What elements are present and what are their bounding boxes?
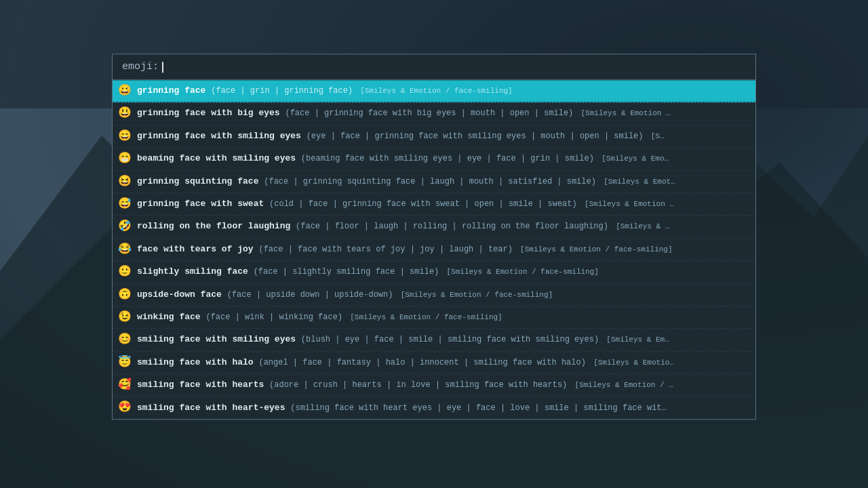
item-meta: (face | slightly smiling face | smile) [254,267,444,277]
item-name: smiling face with heart-eyes [137,403,290,413]
item-meta: (face | wink | winking face) [205,312,347,322]
cursor [162,62,163,73]
item-category: [Smileys & Emotion / face-smiling] [360,87,512,95]
item-content: grinning squinting face (face | grinning… [137,176,750,188]
item-name: grinning squinting face [137,176,264,186]
item-category: [Smileys & Emotion / … [575,381,673,389]
item-category: [Smileys & Emotion / face-smiling] [401,291,553,299]
item-category: [Smileys & Emotio… [593,359,674,367]
item-content: beaming face with smiling eyes (beaming … [137,153,750,165]
emoji-list-item[interactable]: 😁beaming face with smiling eyes (beaming… [113,148,755,170]
item-meta: (eye | face | grinning face with smiling… [307,131,648,141]
emoji-list-item[interactable]: 😅grinning face with sweat (cold | face |… [113,193,755,216]
emoji-list-item[interactable]: 😊smiling face with smiling eyes (blush |… [113,329,755,352]
item-category: [Smileys & Emotion / face-smiling] [350,313,502,321]
item-content: smiling face with heart-eyes (smiling fa… [137,402,750,414]
item-content: grinning face with big eyes (face | grin… [137,108,750,120]
item-category: [Smileys & Em… [606,336,669,344]
item-name: smiling face with hearts [137,380,269,390]
emoji-picker-container: emoji: 😀grinning face (face | grin | gri… [112,54,756,420]
item-meta: (beaming face with smiling eyes | eye | … [301,155,599,164]
emoji-dropdown: 😀grinning face (face | grin | grinning f… [112,80,756,420]
emoji-icon: 😂 [118,242,132,257]
emoji-icon: 😄 [118,129,132,144]
item-meta: (face | grinning face with big eyes | mo… [285,109,578,119]
item-category: [Smileys & Emotion … [585,200,674,208]
item-content: grinning face with smiling eyes (eye | f… [137,130,750,142]
item-content: smiling face with hearts (adore | crush … [137,379,750,391]
item-name: grinning face with big eyes [137,108,285,119]
emoji-list-item[interactable]: 😇smiling face with halo (angel | face | … [113,352,755,374]
emoji-list-item[interactable]: 😃grinning face with big eyes (face | gri… [113,103,755,125]
item-meta: (blush | eye | face | smile | smiling fa… [301,336,604,345]
item-category: [Smileys & … [616,223,669,231]
item-category: [Smileys & Emotion / face-smiling] [447,268,599,276]
item-name: smiling face with halo [137,357,258,367]
emoji-icon: 😁 [118,151,132,166]
emoji-icon: 😇 [118,355,132,370]
emoji-icon: 😀 [118,83,132,98]
item-category: [S… [651,132,665,140]
item-content: slightly smiling face (face | slightly s… [137,266,750,278]
item-content: smiling face with halo (angel | face | f… [137,357,750,369]
emoji-list-item[interactable]: 🙂slightly smiling face (face | slightly … [113,261,755,283]
item-name: face with tears of joy [137,244,258,254]
item-name: grinning face with sweat [137,199,269,209]
item-meta: (face | face with tears of joy | joy | l… [258,245,517,254]
emoji-icon: 🥰 [118,378,132,392]
emoji-icon: 🙃 [118,287,132,302]
emoji-icon: 😃 [118,106,132,121]
item-name: winking face [137,312,205,322]
item-name: rolling on the floor laughing [137,222,296,232]
item-content: face with tears of joy (face | face with… [137,243,750,256]
emoji-list-item[interactable]: 😉winking face (face | wink | winking fac… [113,306,755,329]
emoji-list-item[interactable]: 🥰smiling face with hearts (adore | crush… [113,374,755,396]
emoji-icon: 🤣 [118,220,132,235]
item-meta: (adore | crush | hearts | in love | smil… [269,380,572,390]
item-meta: (face | grin | grinning face) [211,86,357,96]
item-name: beaming face with smiling eyes [137,154,301,164]
emoji-list-item[interactable]: 🤣rolling on the floor laughing (face | f… [113,216,755,239]
emoji-icon: 😆 [118,174,132,189]
emoji-list-item[interactable]: 😂face with tears of joy (face | face wit… [113,239,755,261]
emoji-icon: 🙂 [118,264,132,279]
item-name: slightly smiling face [137,266,254,277]
item-name: grinning face with smiling eyes [137,131,307,141]
emoji-icon: 😍 [118,401,132,415]
item-meta: (smiling face with heart eyes | eye | fa… [290,403,667,413]
item-meta: (cold | face | grinning face with sweat … [269,199,582,209]
item-content: rolling on the floor laughing (face | fl… [137,221,750,233]
item-meta: (face | grinning squinting face | laugh … [264,177,601,186]
item-category: [Smileys & Emotion … [581,110,671,118]
emoji-list-item[interactable]: 😀grinning face (face | grin | grinning f… [113,80,755,102]
item-category: [Smileys & Emotion / face-smiling] [520,245,672,253]
item-content: grinning face (face | grin | grinning fa… [137,85,750,97]
search-input-bar[interactable]: emoji: [112,54,756,80]
emoji-icon: 😉 [118,310,132,325]
item-content: winking face (face | wink | winking face… [137,311,750,323]
item-meta: (face | floor | laugh | rolling | rollin… [296,222,613,232]
emoji-icon: 😅 [118,197,132,211]
item-content: smiling face with smiling eyes (blush | … [137,334,750,346]
emoji-icon: 😊 [118,333,132,348]
emoji-list-item[interactable]: 😆grinning squinting face (face | grinnin… [113,171,755,193]
item-meta: (face | upside down | upside-down) [227,290,398,300]
emoji-list-item[interactable]: 😍smiling face with heart-eyes (smiling f… [113,397,755,419]
item-name: upside-down face [137,289,227,300]
emoji-list-item[interactable]: 🙃upside-down face (face | upside down | … [113,284,755,306]
emoji-list-item[interactable]: 😄grinning face with smiling eyes (eye | … [113,125,755,148]
item-meta: (angel | face | fantasy | halo | innocen… [258,358,591,367]
item-name: grinning face [137,85,211,96]
item-category: [Smileys & Emot… [604,178,675,186]
item-name: smiling face with smiling eyes [137,335,301,345]
item-content: grinning face with sweat (cold | face | … [137,198,750,210]
item-category: [Smileys & Emo… [601,155,669,163]
input-label: emoji: [122,61,159,73]
item-content: upside-down face (face | upside down | u… [137,289,750,301]
